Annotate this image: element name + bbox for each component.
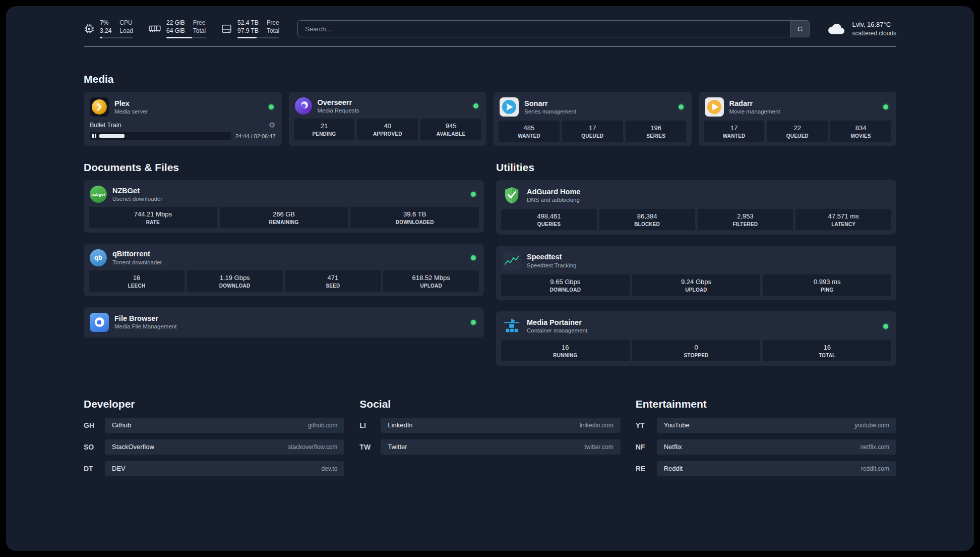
app-card-sonarr[interactable]: Sonarr Series management 485 WANTED 17 Q… — [494, 92, 692, 146]
section-heading-media: Media — [84, 73, 896, 85]
app-card-qbittorrent[interactable]: qb qBittorrent Torrent downloader 16 LEE… — [84, 244, 484, 296]
disk-total-label: Total — [267, 27, 279, 35]
pause-icon[interactable] — [92, 134, 96, 138]
app-title: Overseerr — [318, 98, 468, 107]
stat: 0 STOPPED — [632, 340, 761, 361]
status-dot — [471, 255, 476, 260]
bookmark-link-dev[interactable]: DEV dev.to — [105, 461, 344, 476]
dashboard-panel: 7% CPU 3.24 Load 22 GiB Free 64 GiB T — [6, 6, 974, 551]
bookmark-link-linkedin[interactable]: LinkedIn linkedin.com — [381, 418, 620, 433]
sonarr-icon — [500, 97, 519, 117]
bookmark-row[interactable]: RE Reddit reddit.com — [636, 461, 896, 476]
disk-free-value: 52.4 TB — [237, 19, 259, 27]
app-title: Speedtest — [527, 252, 890, 261]
bookmark-link-netflix[interactable]: Netflix netflix.com — [657, 439, 896, 455]
app-subtitle: Series management — [524, 108, 673, 116]
memory-free-label: Free — [193, 19, 206, 27]
utilities-column: Utilities AdGuard Home DNS and adblockin… — [496, 161, 896, 366]
playback-progress-bar[interactable] — [90, 132, 231, 140]
app-card-filebrowser[interactable]: File Browser Media File Management — [84, 307, 484, 338]
app-card-nzbget[interactable]: nzbget NZBGet Usenet downloader 744.21 M… — [84, 180, 484, 233]
cloud-icon — [825, 22, 846, 36]
status-dot — [679, 104, 684, 109]
disk-widget: 52.4 TB Free 97.9 TB Total — [221, 19, 279, 38]
app-card-portainer[interactable]: Media Portainer Container management 16 … — [496, 311, 896, 366]
stat: 16 LEECH — [89, 270, 185, 292]
app-title: AdGuard Home — [527, 187, 890, 196]
app-title: File Browser — [114, 314, 465, 323]
portainer-icon — [502, 317, 521, 336]
bookmark-row[interactable]: GH Github github.com — [84, 418, 344, 433]
bookmark-link-reddit[interactable]: Reddit reddit.com — [657, 461, 896, 476]
section-heading-entertainment: Entertainment — [636, 398, 896, 410]
search-bar: G — [297, 20, 810, 37]
gear-icon[interactable]: ⚙ — [269, 121, 275, 129]
app-title: Plex — [114, 99, 263, 108]
cpu-label: CPU — [119, 19, 133, 27]
bookmark-row[interactable]: DT DEV dev.to — [84, 461, 344, 476]
bookmark-link-twitter[interactable]: Twitter twitter.com — [381, 439, 620, 455]
memory-total-label: Total — [193, 27, 206, 35]
stat: 744.21 Mbps RATE — [89, 207, 217, 228]
app-card-speedtest[interactable]: Speedtest Speedtest Tracking 9.65 Gbps D… — [496, 246, 896, 300]
bookmark-link-stackoverflow[interactable]: StackOverflow stackoverflow.com — [105, 439, 344, 455]
section-heading-social: Social — [359, 398, 620, 410]
search-provider-button[interactable]: G — [790, 21, 810, 37]
app-card-radarr[interactable]: Radarr Movie management 17 WANTED 22 QUE… — [699, 92, 897, 146]
bookmark-group-entertainment: Entertainment YT YouTube youtube.com NF … — [636, 398, 896, 483]
app-card-plex[interactable]: Plex Media server Bullet Train ⚙ 24:44 /… — [84, 92, 282, 146]
bookmark-link-youtube[interactable]: YouTube youtube.com — [657, 418, 896, 433]
bookmark-row[interactable]: YT YouTube youtube.com — [636, 418, 896, 433]
top-bar: 7% CPU 3.24 Load 22 GiB Free 64 GiB T — [84, 19, 896, 38]
stat: 16 TOTAL — [763, 340, 891, 361]
bookmark-abbr: DT — [84, 465, 105, 473]
section-heading-documents: Documents & Files — [84, 161, 484, 174]
documents-column: Documents & Files nzbget NZBGet Usenet d… — [84, 161, 484, 338]
stat: 618.52 Mbps UPLOAD — [383, 270, 479, 292]
stat: 498,461 QUERIES — [501, 209, 597, 230]
stat: 21 PENDING — [294, 119, 355, 140]
nzbget-icon: nzbget — [90, 186, 107, 203]
cpu-icon — [84, 23, 95, 34]
filebrowser-icon — [90, 313, 109, 332]
app-subtitle: Media File Management — [114, 323, 465, 330]
bookmark-abbr: NF — [636, 443, 657, 451]
media-card-grid: Plex Media server Bullet Train ⚙ 24:44 /… — [84, 92, 896, 146]
overseerr-icon — [295, 97, 312, 115]
cpu-widget: 7% CPU 3.24 Load — [84, 19, 133, 38]
status-dot — [471, 192, 476, 197]
app-card-overseerr[interactable]: Overseerr Media Requests 21 PENDING 40 A… — [289, 92, 487, 146]
search-input[interactable] — [298, 25, 790, 33]
adguard-icon — [502, 186, 521, 205]
qbittorrent-icon: qb — [90, 249, 107, 266]
stat: 834 MOVIES — [830, 121, 891, 142]
memory-free-value: 22 GiB — [166, 19, 185, 27]
disk-icon — [221, 23, 232, 34]
weather-location: Lviv, 16.87°C — [852, 20, 896, 29]
disk-free-label: Free — [267, 19, 279, 27]
stat: 40 APPROVED — [357, 119, 418, 140]
topbar-divider — [84, 46, 896, 47]
bookmark-row[interactable]: NF Netflix netflix.com — [636, 439, 896, 455]
stat: 0.993 ms PING — [763, 274, 891, 296]
bookmark-link-github[interactable]: Github github.com — [105, 418, 344, 433]
status-dot — [473, 103, 478, 108]
app-subtitle: Usenet downloader — [112, 195, 465, 203]
stat: 2,953 FILTERED — [698, 209, 793, 230]
app-title: NZBGet — [112, 186, 465, 195]
app-title: qBittorrent — [112, 249, 465, 258]
stat: 39.6 TB DOWNLOADED — [350, 207, 479, 228]
bookmark-row[interactable]: TW Twitter twitter.com — [359, 439, 620, 455]
stat: 17 WANTED — [704, 121, 765, 142]
now-playing-title: Bullet Train — [90, 122, 121, 129]
memory-progress — [166, 37, 206, 38]
bookmark-row[interactable]: SO StackOverflow stackoverflow.com — [84, 439, 344, 455]
app-card-adguard[interactable]: AdGuard Home DNS and adblocking 498,461 … — [496, 180, 896, 235]
bookmark-abbr: RE — [636, 465, 657, 473]
weather-widget[interactable]: Lviv, 16.87°C scattered clouds — [825, 20, 896, 37]
bookmark-row[interactable]: LI LinkedIn linkedin.com — [359, 418, 620, 433]
speedtest-icon — [502, 251, 521, 270]
playback-time: 24:44 / 02:06:47 — [235, 133, 276, 139]
disk-progress — [237, 37, 279, 38]
status-dot — [269, 104, 274, 109]
